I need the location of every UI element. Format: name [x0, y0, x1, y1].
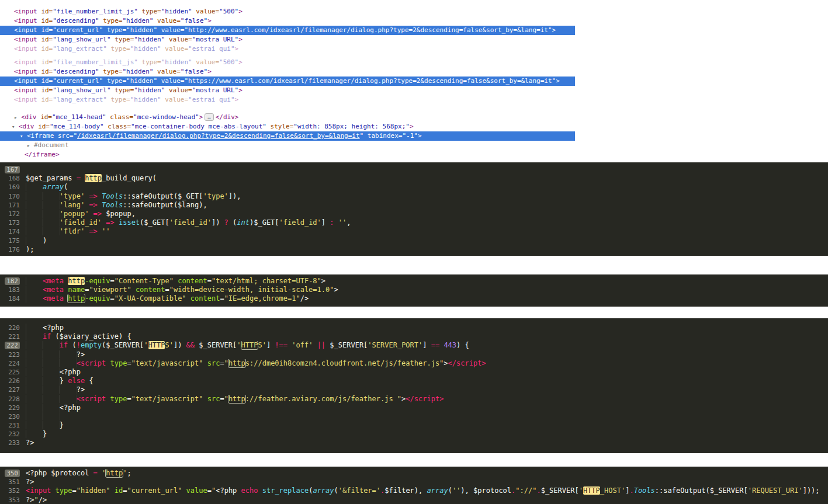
code-line[interactable]: 229 <?php [0, 404, 828, 412]
node-input-current-url-https[interactable]: <input id="current_url" type="hidden" va… [0, 77, 575, 86]
code-text: <script type="text/javascript" src="http… [26, 359, 828, 368]
code-token [98, 469, 102, 477]
code-line[interactable]: 231 } [0, 421, 828, 430]
devtools-token: id= [38, 123, 50, 130]
code-line[interactable]: 350<?php $protocol = 'http'; [0, 469, 828, 478]
code-text: <?php $protocol = 'http'; [26, 469, 828, 478]
code-line[interactable]: 227 ?> [0, 385, 828, 394]
code-line[interactable]: 182 <meta http-equiv="Content-Type" cont… [0, 277, 828, 286]
code-line[interactable]: 175 ) [0, 237, 828, 245]
code-line[interactable]: 223 ?> [0, 350, 828, 359]
devtools-token: "http://www.easrl.com/idxeasrl/filemanag… [184, 26, 552, 34]
expand-arrow-icon[interactable]: ▸ [27, 141, 34, 150]
code-line[interactable]: 173 'field_id' => isset($_GET['field_id'… [0, 218, 828, 227]
node-input-lang-show-url[interactable]: <input id="lang_show_url" type="hidden" … [0, 35, 828, 44]
code-token: 443 [444, 341, 456, 349]
code-line[interactable]: 222 if (!empty($_SERVER['HTTPS']) && $_S… [0, 341, 828, 350]
code-line[interactable]: 168$get_params = http_build_query( [0, 174, 828, 183]
code-token [26, 218, 60, 227]
code-line[interactable]: 183 <meta name="viewport" content="width… [0, 286, 828, 294]
code-token [26, 237, 43, 245]
node-iframe-close[interactable]: </iframe> [0, 150, 828, 159]
code-line[interactable]: 224 <script type="text/javascript" src="… [0, 359, 828, 368]
node-document[interactable]: ▸#document [0, 141, 828, 150]
code-line[interactable]: 352<input type="hidden" id="current_url"… [0, 486, 828, 495]
code-line[interactable]: 174 'fldr' => '' [0, 227, 828, 236]
code-line[interactable]: 220 <?php [0, 324, 828, 332]
collapse-arrow-icon[interactable]: ▾ [20, 131, 27, 141]
code-line[interactable]: 233?> [0, 439, 828, 447]
code-token: = [127, 359, 131, 367]
node-input-lang-extract[interactable]: <input id="lang_extract" type="hidden" v… [0, 95, 828, 105]
code-token: 'fldr' [60, 227, 85, 235]
find-current-highlight: http [68, 277, 85, 285]
node-input-descending[interactable]: <input id="descending" type="hidden" val… [0, 16, 828, 26]
code-line[interactable]: 167 [0, 165, 828, 174]
code-token: ] [321, 218, 330, 227]
devtools-token: <input [14, 26, 37, 34]
code-token: ( [228, 218, 237, 227]
code-line[interactable]: 169 array( [0, 183, 828, 192]
devtools-token: <input [14, 8, 37, 15]
devtools-elements-block-3: ▸<div id="mce_114-head" class="mce-windo… [0, 113, 828, 159]
expand-arrow-icon[interactable]: ▸ [14, 113, 21, 122]
code-token: { [85, 377, 93, 385]
node-div-mce-head[interactable]: ▸<div id="mce_114-head" class="mce-windo… [0, 113, 828, 122]
code-token: ]) [174, 341, 186, 349]
code-line[interactable]: 170 'type' => Tools::safeOutput($_GET['t… [0, 192, 828, 201]
devtools-token [138, 58, 142, 66]
code-line[interactable]: 351?> [0, 478, 828, 486]
devtools-token: type= [142, 8, 161, 15]
find-match-highlight: HTTP [241, 341, 258, 349]
code-token: ::safeOutput($_SERVER[ [655, 486, 748, 495]
code-line[interactable]: 221 if ($aviary_active) { [0, 332, 828, 341]
code-line[interactable]: 225 <?php [0, 368, 828, 377]
devtools-token: > [207, 68, 212, 75]
inline-expand-button[interactable]: … [205, 113, 213, 121]
code-token: . [536, 486, 541, 495]
devtools-token: id= [41, 36, 53, 43]
code-text: ?> [26, 439, 828, 447]
code-token [106, 359, 110, 367]
code-line[interactable]: 176); [0, 245, 828, 254]
node-input-file-number-limit[interactable]: <input id="file_number_limit_js" type="h… [0, 7, 828, 16]
devtools-token: id= [41, 26, 53, 34]
code-token [89, 210, 93, 218]
code-token [26, 210, 60, 218]
code-token: "text/javascript" [131, 359, 203, 367]
code-token: Tools [102, 192, 123, 200]
node-input-descending[interactable]: <input id="descending" type="hidden" val… [0, 67, 828, 77]
devtools-token [54, 132, 58, 140]
devtools-token: "mostra URL" [192, 36, 238, 43]
devtools-token: > [410, 123, 414, 130]
node-input-lang-extract[interactable]: <input id="lang_extract" type="hidden" v… [0, 44, 828, 54]
node-iframe-dialog[interactable]: ▾<iframe src="/idxeasrl/filemanager/dial… [0, 131, 575, 141]
node-input-lang-show-url[interactable]: <input id="lang_show_url" type="hidden" … [0, 86, 828, 95]
code-token: " [224, 359, 228, 367]
code-line[interactable]: 353?>"/> [0, 496, 828, 504]
code-line[interactable]: 228 <script type="text/javascript" src="… [0, 395, 828, 404]
devtools-token: "file_number_limit_js" [53, 8, 138, 15]
code-line[interactable]: 230 [0, 412, 828, 421]
code-line[interactable]: 172 'popup' => $popup, [0, 210, 828, 218]
line-number: 169 [0, 183, 26, 192]
code-token: _build_query( [102, 174, 157, 182]
code-line[interactable]: 232 } [0, 430, 828, 439]
code-line[interactable]: 184 <meta http-equiv="X-UA-Compatible" c… [0, 294, 828, 303]
code-token: int [237, 218, 250, 227]
node-input-file-number-limit[interactable]: <input id="file_number_limit_js" type="h… [0, 58, 828, 67]
code-token: <?php [60, 368, 81, 376]
code-token: content [190, 294, 220, 303]
collapse-arrow-icon[interactable]: ▾ [12, 122, 19, 131]
devtools-token: </iframe> [25, 151, 60, 158]
code-token [26, 404, 60, 412]
code-token: = [110, 277, 115, 285]
code-token: "width=device-width, initial-scale=1.0" [169, 286, 334, 294]
code-token: ( [64, 183, 68, 191]
code-line[interactable]: 171 'lang' => Tools::safeOutput($lang), [0, 201, 828, 210]
node-input-current-url-http[interactable]: <input id="current_url" type="hidden" va… [0, 26, 575, 35]
code-line[interactable]: 226 } else { [0, 377, 828, 385]
devtools-token: "mce-container-body mce-abs-layout" [131, 123, 266, 130]
node-div-mce-body[interactable]: ▾<div id="mce_114-body" class="mce-conta… [0, 122, 828, 131]
devtools-token: style= [271, 123, 294, 130]
